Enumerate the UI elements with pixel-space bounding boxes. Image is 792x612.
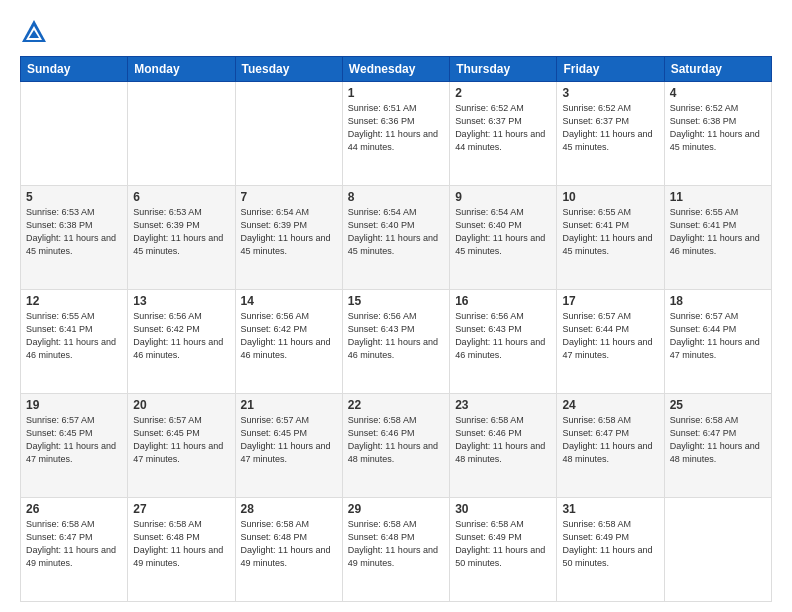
calendar-cell: 9Sunrise: 6:54 AM Sunset: 6:40 PM Daylig… bbox=[450, 186, 557, 290]
weekday-header-monday: Monday bbox=[128, 57, 235, 82]
day-number: 5 bbox=[26, 190, 122, 204]
weekday-header-thursday: Thursday bbox=[450, 57, 557, 82]
day-number: 23 bbox=[455, 398, 551, 412]
day-info: Sunrise: 6:57 AM Sunset: 6:44 PM Dayligh… bbox=[562, 310, 658, 362]
day-number: 11 bbox=[670, 190, 766, 204]
calendar-cell: 7Sunrise: 6:54 AM Sunset: 6:39 PM Daylig… bbox=[235, 186, 342, 290]
day-number: 1 bbox=[348, 86, 444, 100]
weekday-header-saturday: Saturday bbox=[664, 57, 771, 82]
day-info: Sunrise: 6:57 AM Sunset: 6:44 PM Dayligh… bbox=[670, 310, 766, 362]
day-info: Sunrise: 6:51 AM Sunset: 6:36 PM Dayligh… bbox=[348, 102, 444, 154]
calendar-table: SundayMondayTuesdayWednesdayThursdayFrid… bbox=[20, 56, 772, 602]
calendar-cell: 18Sunrise: 6:57 AM Sunset: 6:44 PM Dayli… bbox=[664, 290, 771, 394]
calendar-cell: 11Sunrise: 6:55 AM Sunset: 6:41 PM Dayli… bbox=[664, 186, 771, 290]
calendar-cell: 21Sunrise: 6:57 AM Sunset: 6:45 PM Dayli… bbox=[235, 394, 342, 498]
day-info: Sunrise: 6:53 AM Sunset: 6:39 PM Dayligh… bbox=[133, 206, 229, 258]
day-info: Sunrise: 6:57 AM Sunset: 6:45 PM Dayligh… bbox=[133, 414, 229, 466]
calendar-cell: 14Sunrise: 6:56 AM Sunset: 6:42 PM Dayli… bbox=[235, 290, 342, 394]
day-number: 24 bbox=[562, 398, 658, 412]
week-row-1: 1Sunrise: 6:51 AM Sunset: 6:36 PM Daylig… bbox=[21, 82, 772, 186]
day-info: Sunrise: 6:58 AM Sunset: 6:48 PM Dayligh… bbox=[241, 518, 337, 570]
day-number: 14 bbox=[241, 294, 337, 308]
day-number: 3 bbox=[562, 86, 658, 100]
calendar-cell: 25Sunrise: 6:58 AM Sunset: 6:47 PM Dayli… bbox=[664, 394, 771, 498]
calendar-cell: 27Sunrise: 6:58 AM Sunset: 6:48 PM Dayli… bbox=[128, 498, 235, 602]
header bbox=[20, 18, 772, 46]
calendar-cell: 2Sunrise: 6:52 AM Sunset: 6:37 PM Daylig… bbox=[450, 82, 557, 186]
weekday-header-tuesday: Tuesday bbox=[235, 57, 342, 82]
calendar-cell bbox=[128, 82, 235, 186]
calendar-cell: 12Sunrise: 6:55 AM Sunset: 6:41 PM Dayli… bbox=[21, 290, 128, 394]
day-info: Sunrise: 6:58 AM Sunset: 6:47 PM Dayligh… bbox=[562, 414, 658, 466]
day-info: Sunrise: 6:52 AM Sunset: 6:37 PM Dayligh… bbox=[455, 102, 551, 154]
week-row-3: 12Sunrise: 6:55 AM Sunset: 6:41 PM Dayli… bbox=[21, 290, 772, 394]
day-number: 19 bbox=[26, 398, 122, 412]
day-number: 30 bbox=[455, 502, 551, 516]
day-number: 8 bbox=[348, 190, 444, 204]
day-number: 9 bbox=[455, 190, 551, 204]
calendar-cell: 13Sunrise: 6:56 AM Sunset: 6:42 PM Dayli… bbox=[128, 290, 235, 394]
day-number: 17 bbox=[562, 294, 658, 308]
day-info: Sunrise: 6:55 AM Sunset: 6:41 PM Dayligh… bbox=[562, 206, 658, 258]
day-info: Sunrise: 6:57 AM Sunset: 6:45 PM Dayligh… bbox=[26, 414, 122, 466]
day-number: 10 bbox=[562, 190, 658, 204]
day-info: Sunrise: 6:58 AM Sunset: 6:49 PM Dayligh… bbox=[562, 518, 658, 570]
day-number: 22 bbox=[348, 398, 444, 412]
calendar-cell: 1Sunrise: 6:51 AM Sunset: 6:36 PM Daylig… bbox=[342, 82, 449, 186]
day-info: Sunrise: 6:58 AM Sunset: 6:48 PM Dayligh… bbox=[348, 518, 444, 570]
calendar-cell: 10Sunrise: 6:55 AM Sunset: 6:41 PM Dayli… bbox=[557, 186, 664, 290]
day-info: Sunrise: 6:55 AM Sunset: 6:41 PM Dayligh… bbox=[26, 310, 122, 362]
weekday-header-friday: Friday bbox=[557, 57, 664, 82]
calendar-cell: 5Sunrise: 6:53 AM Sunset: 6:38 PM Daylig… bbox=[21, 186, 128, 290]
day-info: Sunrise: 6:52 AM Sunset: 6:38 PM Dayligh… bbox=[670, 102, 766, 154]
day-info: Sunrise: 6:56 AM Sunset: 6:42 PM Dayligh… bbox=[133, 310, 229, 362]
day-number: 4 bbox=[670, 86, 766, 100]
day-info: Sunrise: 6:54 AM Sunset: 6:40 PM Dayligh… bbox=[455, 206, 551, 258]
calendar-cell bbox=[235, 82, 342, 186]
calendar-cell: 24Sunrise: 6:58 AM Sunset: 6:47 PM Dayli… bbox=[557, 394, 664, 498]
day-info: Sunrise: 6:54 AM Sunset: 6:39 PM Dayligh… bbox=[241, 206, 337, 258]
day-info: Sunrise: 6:53 AM Sunset: 6:38 PM Dayligh… bbox=[26, 206, 122, 258]
day-info: Sunrise: 6:56 AM Sunset: 6:43 PM Dayligh… bbox=[455, 310, 551, 362]
calendar-cell: 17Sunrise: 6:57 AM Sunset: 6:44 PM Dayli… bbox=[557, 290, 664, 394]
day-info: Sunrise: 6:58 AM Sunset: 6:47 PM Dayligh… bbox=[670, 414, 766, 466]
day-number: 25 bbox=[670, 398, 766, 412]
day-info: Sunrise: 6:58 AM Sunset: 6:46 PM Dayligh… bbox=[455, 414, 551, 466]
day-number: 12 bbox=[26, 294, 122, 308]
calendar-cell: 16Sunrise: 6:56 AM Sunset: 6:43 PM Dayli… bbox=[450, 290, 557, 394]
day-number: 13 bbox=[133, 294, 229, 308]
week-row-5: 26Sunrise: 6:58 AM Sunset: 6:47 PM Dayli… bbox=[21, 498, 772, 602]
day-number: 21 bbox=[241, 398, 337, 412]
calendar-cell: 22Sunrise: 6:58 AM Sunset: 6:46 PM Dayli… bbox=[342, 394, 449, 498]
calendar-cell: 4Sunrise: 6:52 AM Sunset: 6:38 PM Daylig… bbox=[664, 82, 771, 186]
weekday-header-sunday: Sunday bbox=[21, 57, 128, 82]
day-number: 20 bbox=[133, 398, 229, 412]
day-info: Sunrise: 6:58 AM Sunset: 6:48 PM Dayligh… bbox=[133, 518, 229, 570]
calendar-cell: 26Sunrise: 6:58 AM Sunset: 6:47 PM Dayli… bbox=[21, 498, 128, 602]
day-number: 2 bbox=[455, 86, 551, 100]
calendar-cell: 20Sunrise: 6:57 AM Sunset: 6:45 PM Dayli… bbox=[128, 394, 235, 498]
weekday-header-row: SundayMondayTuesdayWednesdayThursdayFrid… bbox=[21, 57, 772, 82]
calendar-cell: 31Sunrise: 6:58 AM Sunset: 6:49 PM Dayli… bbox=[557, 498, 664, 602]
day-info: Sunrise: 6:56 AM Sunset: 6:42 PM Dayligh… bbox=[241, 310, 337, 362]
day-number: 28 bbox=[241, 502, 337, 516]
logo bbox=[20, 18, 52, 46]
day-number: 18 bbox=[670, 294, 766, 308]
calendar-cell: 19Sunrise: 6:57 AM Sunset: 6:45 PM Dayli… bbox=[21, 394, 128, 498]
day-number: 31 bbox=[562, 502, 658, 516]
week-row-2: 5Sunrise: 6:53 AM Sunset: 6:38 PM Daylig… bbox=[21, 186, 772, 290]
calendar-cell: 15Sunrise: 6:56 AM Sunset: 6:43 PM Dayli… bbox=[342, 290, 449, 394]
calendar-cell: 6Sunrise: 6:53 AM Sunset: 6:39 PM Daylig… bbox=[128, 186, 235, 290]
page: SundayMondayTuesdayWednesdayThursdayFrid… bbox=[0, 0, 792, 612]
day-info: Sunrise: 6:54 AM Sunset: 6:40 PM Dayligh… bbox=[348, 206, 444, 258]
day-number: 6 bbox=[133, 190, 229, 204]
logo-icon bbox=[20, 18, 48, 46]
day-info: Sunrise: 6:56 AM Sunset: 6:43 PM Dayligh… bbox=[348, 310, 444, 362]
day-number: 15 bbox=[348, 294, 444, 308]
calendar-cell bbox=[21, 82, 128, 186]
calendar-cell: 30Sunrise: 6:58 AM Sunset: 6:49 PM Dayli… bbox=[450, 498, 557, 602]
calendar-cell bbox=[664, 498, 771, 602]
day-info: Sunrise: 6:58 AM Sunset: 6:49 PM Dayligh… bbox=[455, 518, 551, 570]
day-number: 27 bbox=[133, 502, 229, 516]
day-info: Sunrise: 6:57 AM Sunset: 6:45 PM Dayligh… bbox=[241, 414, 337, 466]
